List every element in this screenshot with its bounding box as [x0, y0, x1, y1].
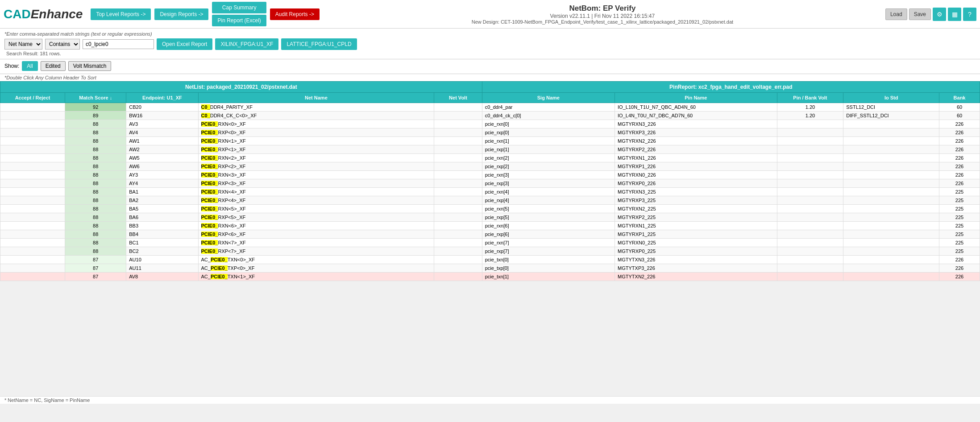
sig-name-cell: pcie_rxn[2] — [482, 154, 615, 162]
match-score-cell: 88 — [65, 179, 126, 188]
search-input[interactable] — [83, 39, 154, 49]
io-std-cell: SSTL12_DCI — [843, 103, 939, 112]
xilinx-fpga-button[interactable]: XILINX_FPGA:U1_XF — [215, 38, 278, 50]
match-score-cell: 88 — [65, 120, 126, 128]
endpoint-cell: BA5 — [126, 205, 198, 213]
match-score-cell: 88 — [65, 171, 126, 179]
endpoint-cell: AU11 — [126, 264, 198, 273]
open-excel-report-button[interactable]: Open Excel Report — [157, 38, 212, 50]
match-score-cell: 88 — [65, 196, 126, 205]
show-edited-button[interactable]: Edited — [41, 61, 66, 71]
bank-cell: 225 — [939, 239, 980, 247]
net-volt-cell — [434, 112, 482, 120]
io-std-cell — [843, 205, 939, 213]
col-header-bank[interactable]: Bank — [939, 93, 980, 103]
net-volt-cell — [434, 213, 482, 222]
net-volt-cell — [434, 205, 482, 213]
show-all-button[interactable]: All — [22, 61, 37, 71]
accept-reject-cell — [0, 128, 65, 137]
io-std-cell — [843, 247, 939, 256]
help-icon-button[interactable]: ? — [963, 8, 976, 21]
match-score-cell: 88 — [65, 154, 126, 162]
col-header-net-volt[interactable]: Net Volt — [434, 93, 482, 103]
pin-name-cell: IO_L10N_T1U_N7_QBC_AD4N_60 — [615, 103, 777, 112]
endpoint-cell: BA1 — [126, 188, 198, 196]
pin-bank-volt-cell: 1.20 — [777, 112, 843, 120]
table-row: 88 BA2 PCIE0_RXP<4>_XF pcie_rxp[4] MGTYR… — [0, 196, 980, 205]
net-volt-cell — [434, 171, 482, 179]
lattice-fpga-button[interactable]: LATTICE_FPGA:U1_CPLD — [281, 38, 357, 50]
pin-bank-volt-cell — [777, 128, 843, 137]
col-header-endpoint[interactable]: Endpoint: U1_XF — [126, 93, 198, 103]
show-volt-mismatch-button[interactable]: Volt Mismatch — [68, 61, 112, 71]
top-level-reports-button[interactable]: Top Level Reports -> — [91, 8, 151, 20]
net-name-cell: PCIE0_RXP<5>_XF — [198, 213, 434, 222]
accept-reject-cell — [0, 222, 65, 230]
table-row: 88 AW1 PCIE0_RXN<1>_XF pcie_rxn[1] MGTYR… — [0, 137, 980, 145]
io-std-cell — [843, 239, 939, 247]
table-container[interactable]: NetList: packaged_20210921_02/pstxnet.da… — [0, 81, 980, 396]
net-volt-cell — [434, 179, 482, 188]
endpoint-cell: BC1 — [126, 239, 198, 247]
endpoint-cell: BC2 — [126, 247, 198, 256]
io-std-cell — [843, 196, 939, 205]
col-header-accept-reject[interactable]: Accept / Reject — [0, 93, 65, 103]
sig-name-cell: c0_ddr4_par — [482, 103, 615, 112]
save-button[interactable]: Save — [909, 8, 931, 20]
settings-icon-button[interactable]: ⚙ — [933, 8, 946, 21]
col-header-net-name[interactable]: Net Name — [198, 93, 434, 103]
sig-name-cell: pcie_rxn[5] — [482, 205, 615, 213]
pin-name-cell: MGTYTXP3_226 — [615, 264, 777, 273]
net-volt-cell — [434, 120, 482, 128]
col-header-pin-name[interactable]: Pin Name — [615, 93, 777, 103]
grid-icon-button[interactable]: ▦ — [948, 8, 961, 21]
title-main: NetBom: EP Verify — [323, 4, 882, 13]
pin-name-cell: MGTYRXP2_226 — [615, 145, 777, 154]
accept-reject-cell — [0, 239, 65, 247]
endpoint-cell: AV3 — [126, 120, 198, 128]
pin-report-button[interactable]: Pin Report (Excel) — [212, 15, 266, 26]
match-score-cell: 88 — [65, 230, 126, 239]
net-name-cell: PCIE0_RXN<7>_XF — [198, 239, 434, 247]
net-name-cell: PCIE0_RXP<6>_XF — [198, 230, 434, 239]
io-std-cell — [843, 137, 939, 145]
pin-bank-volt-cell — [777, 264, 843, 273]
sig-name-cell: pcie_rxp[2] — [482, 162, 615, 171]
net-name-cell: PCIE0_RXN<5>_XF — [198, 205, 434, 213]
col-header-match-score[interactable]: Match Score ↓ — [65, 93, 126, 103]
col-header-io-std[interactable]: Io Std — [843, 93, 939, 103]
cap-summary-button[interactable]: Cap Summary — [212, 2, 266, 13]
bank-cell: 226 — [939, 264, 980, 273]
pin-name-cell: MGTYTXN3_226 — [615, 256, 777, 264]
table-row: 88 AV4 PCIE0_RXP<0>_XF pcie_rxp[0] MGTYR… — [0, 128, 980, 137]
match-score-cell: 88 — [65, 213, 126, 222]
design-reports-button[interactable]: Design Reports -> — [154, 8, 208, 20]
net-name-cell: PCIE0_RXP<0>_XF — [198, 128, 434, 137]
match-score-cell: 88 — [65, 247, 126, 256]
search-field-select[interactable]: Net Name — [4, 39, 42, 50]
pin-bank-volt-cell — [777, 137, 843, 145]
endpoint-cell: AW5 — [126, 154, 198, 162]
load-button[interactable]: Load — [885, 8, 907, 20]
match-score-cell: 88 — [65, 222, 126, 230]
accept-reject-cell — [0, 112, 65, 120]
io-std-cell — [843, 264, 939, 273]
cap-summary-group: Cap Summary Pin Report (Excel) — [212, 2, 266, 26]
col-header-sig-name[interactable]: Sig Name — [482, 93, 615, 103]
table-row: 88 AY3 PCIE0_RXN<3>_XF pcie_rxn[3] MGTYR… — [0, 171, 980, 179]
io-std-cell — [843, 171, 939, 179]
net-volt-cell — [434, 264, 482, 273]
pin-bank-volt-cell — [777, 179, 843, 188]
endpoint-cell: AW6 — [126, 162, 198, 171]
sig-name-cell: pcie_rxn[6] — [482, 222, 615, 230]
col-header-pin-bank-volt[interactable]: Pin / Bank Volt — [777, 93, 843, 103]
bank-cell: 226 — [939, 120, 980, 128]
bank-cell: 225 — [939, 188, 980, 196]
search-contains-select[interactable]: Contains — [45, 39, 80, 50]
io-std-cell — [843, 162, 939, 171]
audit-reports-button[interactable]: Audit Reports -> — [270, 8, 320, 20]
search-hint: *Enter comma-separated match strings (te… — [4, 31, 976, 37]
endpoint-cell: BW16 — [126, 112, 198, 120]
accept-reject-cell — [0, 213, 65, 222]
net-name-cell: PCIE0_RXN<2>_XF — [198, 154, 434, 162]
